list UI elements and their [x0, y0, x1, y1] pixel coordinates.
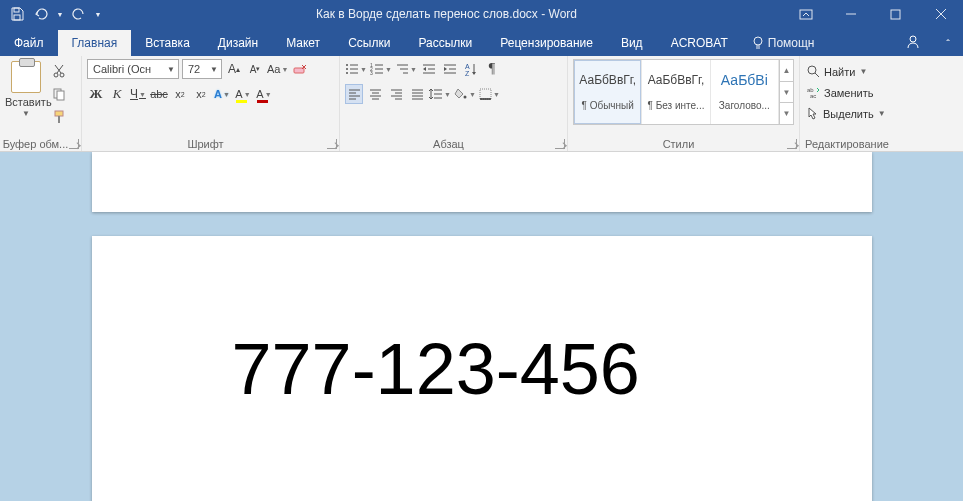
share-icon[interactable] — [893, 28, 933, 56]
group-font-label: Шрифт — [82, 138, 329, 150]
group-paragraph-label: Абзац — [340, 138, 557, 150]
quick-access-toolbar: ▼ ▼ — [0, 5, 110, 23]
group-editing-label: Редактирование — [800, 138, 894, 150]
svg-point-22 — [346, 64, 348, 66]
font-name-combo[interactable]: Calibri (Осн▼ — [87, 59, 179, 79]
svg-text:A: A — [465, 63, 470, 70]
paste-button[interactable]: Вставить ▼ — [5, 59, 47, 118]
multilevel-list-button[interactable]: ▼ — [395, 59, 417, 79]
bullets-button[interactable]: ▼ — [345, 59, 367, 79]
close-icon[interactable] — [918, 0, 963, 28]
clear-formatting-icon[interactable] — [291, 59, 309, 79]
styles-scroll-down-icon[interactable]: ▼ — [780, 82, 793, 104]
tab-layout[interactable]: Макет — [272, 30, 334, 56]
tab-view[interactable]: Вид — [607, 30, 657, 56]
svg-line-70 — [815, 73, 819, 77]
increase-indent-button[interactable] — [441, 59, 459, 79]
group-styles-label: Стили — [568, 138, 789, 150]
maximize-icon[interactable] — [873, 0, 918, 28]
tab-mailings[interactable]: Рассылки — [404, 30, 486, 56]
svg-rect-2 — [800, 10, 812, 19]
page-previous[interactable] — [92, 152, 872, 212]
find-button[interactable]: Найти▼ — [805, 61, 869, 82]
save-icon[interactable] — [8, 5, 26, 23]
svg-rect-4 — [891, 10, 900, 19]
style-heading1[interactable]: АаБбВі Заголово... — [711, 60, 779, 124]
collapse-ribbon-icon[interactable]: ˆ — [933, 32, 963, 56]
ribbon-display-options-icon[interactable] — [783, 0, 828, 28]
font-launcher-icon[interactable] — [327, 139, 337, 149]
strikethrough-button[interactable]: abc — [150, 84, 168, 104]
subscript-button[interactable]: x2 — [171, 84, 189, 104]
tab-insert[interactable]: Вставка — [131, 30, 204, 56]
svg-text:3: 3 — [370, 70, 373, 75]
tab-review[interactable]: Рецензирование — [486, 30, 607, 56]
window-title: Как в Ворде сделать перенос слов.docx - … — [110, 7, 783, 21]
redo-icon[interactable] — [70, 5, 88, 23]
tab-file[interactable]: Файл — [0, 30, 58, 56]
paragraph-launcher-icon[interactable] — [555, 139, 565, 149]
styles-launcher-icon[interactable] — [787, 139, 797, 149]
font-color-button[interactable]: A▼ — [255, 84, 273, 104]
justify-button[interactable] — [408, 84, 426, 104]
text-effects-button[interactable]: A▼ — [213, 84, 231, 104]
styles-expand-icon[interactable]: ▼ — [780, 103, 793, 124]
sort-button[interactable]: AZ — [462, 59, 480, 79]
svg-rect-0 — [14, 8, 19, 12]
svg-rect-1 — [14, 15, 20, 20]
svg-point-66 — [463, 96, 466, 99]
paste-label: Вставить — [5, 96, 47, 108]
clipboard-launcher-icon[interactable] — [69, 139, 79, 149]
minimize-icon[interactable] — [828, 0, 873, 28]
chevron-down-icon: ▼ — [167, 65, 175, 74]
undo-icon[interactable] — [32, 5, 50, 23]
select-button[interactable]: Выделить▼ — [805, 103, 888, 124]
change-case-button[interactable]: Aa▼ — [267, 59, 288, 79]
replace-icon: abac — [807, 86, 820, 99]
shrink-font-button[interactable]: A▾ — [246, 59, 264, 79]
svg-point-12 — [60, 73, 64, 77]
svg-point-7 — [754, 37, 762, 45]
tab-acrobat[interactable]: ACROBAT — [657, 30, 742, 56]
styles-scroll: ▲ ▼ ▼ — [779, 60, 793, 124]
page-current[interactable]: 777-123-456 — [92, 236, 872, 501]
style-normal[interactable]: АаБбВвГг, ¶ Обычный — [574, 60, 642, 124]
tab-references[interactable]: Ссылки — [334, 30, 404, 56]
customize-qat-icon[interactable]: ▼ — [94, 5, 102, 23]
svg-text:Z: Z — [465, 70, 470, 76]
tell-me[interactable]: Помощн — [742, 30, 825, 56]
show-marks-button[interactable]: ¶ — [483, 59, 501, 79]
document-text[interactable]: 777-123-456 — [232, 332, 816, 408]
style-nospacing[interactable]: АаБбВвГг, ¶ Без инте... — [642, 60, 710, 124]
italic-button[interactable]: К — [108, 84, 126, 104]
document-canvas[interactable]: 777-123-456 — [0, 152, 963, 501]
cut-icon[interactable] — [49, 62, 69, 80]
shading-button[interactable]: ▼ — [454, 84, 476, 104]
underline-button[interactable]: Ч▼ — [129, 84, 147, 104]
format-painter-icon[interactable] — [49, 108, 69, 126]
paste-dropdown-icon[interactable]: ▼ — [5, 109, 47, 118]
grow-font-button[interactable]: A▴ — [225, 59, 243, 79]
align-left-button[interactable] — [345, 84, 363, 104]
numbering-button[interactable]: 123▼ — [370, 59, 392, 79]
group-paragraph: ▼ 123▼ ▼ AZ ¶ ▼ ▼ ▼ Абзац — [340, 56, 568, 151]
line-spacing-button[interactable]: ▼ — [429, 84, 451, 104]
styles-scroll-up-icon[interactable]: ▲ — [780, 60, 793, 82]
font-size-combo[interactable]: 72▼ — [182, 59, 222, 79]
borders-button[interactable]: ▼ — [479, 84, 500, 104]
align-right-button[interactable] — [387, 84, 405, 104]
replace-button[interactable]: abac Заменить — [805, 82, 875, 103]
copy-icon[interactable] — [49, 85, 69, 103]
bold-button[interactable]: Ж — [87, 84, 105, 104]
group-font: Calibri (Осн▼ 72▼ A▴ A▾ Aa▼ Ж К Ч▼ abc x… — [82, 56, 340, 151]
svg-text:ac: ac — [810, 93, 816, 99]
tab-home[interactable]: Главная — [58, 30, 132, 56]
tab-design[interactable]: Дизайн — [204, 30, 272, 56]
superscript-button[interactable]: x2 — [192, 84, 210, 104]
align-center-button[interactable] — [366, 84, 384, 104]
tell-me-label: Помощн — [768, 36, 815, 50]
decrease-indent-button[interactable] — [420, 59, 438, 79]
styles-gallery[interactable]: АаБбВвГг, ¶ Обычный АаБбВвГг, ¶ Без инте… — [573, 59, 794, 125]
highlight-button[interactable]: A▼ — [234, 84, 252, 104]
undo-dropdown-icon[interactable]: ▼ — [56, 5, 64, 23]
